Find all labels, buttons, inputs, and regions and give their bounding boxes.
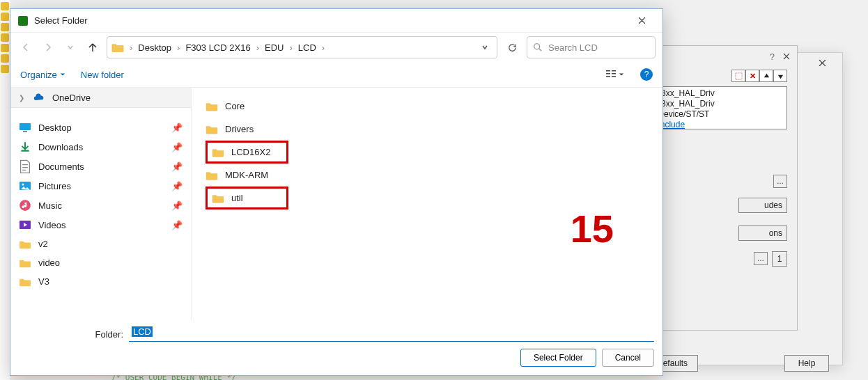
folder-item[interactable]: Core bbox=[206, 95, 662, 118]
folder-icon bbox=[212, 148, 224, 157]
folder-name-input[interactable]: LCD bbox=[129, 326, 654, 342]
crumb-lcd[interactable]: LCD bbox=[298, 42, 316, 53]
help-button[interactable]: Help bbox=[784, 355, 829, 372]
footer: Folder: LCD Select Folder Cancel bbox=[10, 321, 662, 375]
titlebar: Select Folder bbox=[10, 9, 662, 33]
pin-icon: 📌 bbox=[171, 181, 183, 191]
select-folder-button[interactable]: Select Folder bbox=[520, 349, 596, 367]
crumb-project[interactable]: F303 LCD 2X16 bbox=[185, 42, 250, 53]
tree-item-videos[interactable]: Videos 📌 bbox=[10, 215, 191, 235]
crumb-edu[interactable]: EDU bbox=[265, 42, 284, 53]
cancel-button[interactable]: Cancel bbox=[602, 349, 654, 367]
bg-btn-browse2[interactable]: … bbox=[754, 252, 768, 265]
folder-content[interactable]: CoreDriversLCD16X2MDK-ARMutil 15 bbox=[192, 88, 662, 321]
browse-path-button[interactable]: … bbox=[773, 175, 787, 188]
organize-menu[interactable]: Organize bbox=[20, 70, 65, 80]
subdialog-close-icon[interactable] bbox=[783, 52, 790, 62]
pin-icon: 📌 bbox=[171, 122, 183, 133]
delete-path-button[interactable]: ✕ bbox=[745, 70, 759, 82]
help-icon[interactable]: ? bbox=[770, 52, 775, 62]
folder-icon bbox=[212, 193, 224, 203]
view-mode-button[interactable] bbox=[605, 67, 625, 82]
help-icon[interactable]: ? bbox=[640, 68, 653, 81]
folder-item[interactable]: Drivers bbox=[206, 118, 662, 141]
document-icon bbox=[19, 161, 31, 172]
tree-label: Documents bbox=[38, 161, 84, 172]
svg-rect-5 bbox=[612, 70, 616, 72]
svg-rect-6 bbox=[612, 73, 616, 74]
tree-item-v2[interactable]: v2 bbox=[10, 235, 191, 253]
tree-label: video bbox=[38, 258, 60, 268]
dialog-title: Select Folder bbox=[34, 15, 88, 26]
pin-icon: 📌 bbox=[171, 161, 183, 172]
tree-label: Pictures bbox=[38, 181, 71, 191]
folder-name: util bbox=[231, 193, 243, 203]
back-button[interactable] bbox=[17, 39, 34, 56]
bg-btn-small[interactable]: 1 bbox=[772, 251, 787, 267]
folder-name: Drivers bbox=[225, 124, 254, 134]
svg-point-11 bbox=[22, 184, 24, 186]
folder-icon bbox=[19, 258, 31, 268]
breadcrumb-dropdown-icon[interactable] bbox=[477, 42, 493, 53]
recent-locations-button[interactable] bbox=[62, 39, 79, 56]
svg-rect-9 bbox=[23, 131, 27, 132]
tree-item-video[interactable]: video bbox=[10, 253, 191, 272]
search-input[interactable]: Search LCD bbox=[527, 36, 656, 58]
tree-item-downloads[interactable]: Downloads 📌 bbox=[10, 137, 191, 157]
up-button[interactable] bbox=[84, 39, 101, 56]
tree-label: V3 bbox=[38, 276, 49, 287]
folder-name: MDK-ARM bbox=[225, 170, 268, 180]
new-path-button[interactable] bbox=[731, 70, 745, 82]
tree-item-onedrive[interactable]: ❯ OneDrive bbox=[10, 88, 191, 108]
move-down-button[interactable] bbox=[773, 70, 787, 82]
folder-icon bbox=[111, 42, 124, 53]
pin-icon: 📌 bbox=[171, 200, 183, 211]
svg-rect-0 bbox=[735, 72, 741, 79]
parent-app-toolbar bbox=[0, 0, 10, 380]
tree-label: Videos bbox=[38, 220, 66, 230]
select-folder-dialog: Select Folder Desktop F303 LCD 2X16 EDU … bbox=[10, 8, 663, 376]
folder-name: LCD16X2 bbox=[231, 147, 270, 157]
refresh-button[interactable] bbox=[503, 38, 521, 56]
svg-rect-8 bbox=[20, 123, 31, 130]
toolbar: Organize New folder ? bbox=[10, 62, 662, 87]
forward-button[interactable] bbox=[40, 39, 56, 56]
bg-btn-udes[interactable]: udes bbox=[738, 198, 787, 213]
folder-icon bbox=[206, 102, 218, 111]
folder-name-value: LCD bbox=[132, 326, 153, 337]
pictures-icon bbox=[19, 180, 31, 191]
breadcrumb[interactable]: Desktop F303 LCD 2X16 EDU LCD bbox=[107, 36, 497, 58]
pin-icon: 📌 bbox=[171, 220, 183, 230]
folder-item[interactable]: util bbox=[206, 187, 288, 209]
tree-label: v2 bbox=[38, 239, 48, 249]
tree-item-pictures[interactable]: Pictures 📌 bbox=[10, 176, 191, 196]
pin-icon: 📌 bbox=[171, 142, 183, 152]
bg-btn-ons[interactable]: ons bbox=[738, 225, 787, 241]
folder-icon bbox=[19, 239, 31, 249]
nav-row: Desktop F303 LCD 2X16 EDU LCD Search LCD bbox=[10, 33, 662, 62]
folder-icon bbox=[206, 171, 218, 180]
tree-item-documents[interactable]: Documents 📌 bbox=[10, 157, 191, 176]
folder-icon bbox=[19, 277, 31, 287]
tree-item-music[interactable]: Music 📌 bbox=[10, 196, 191, 215]
folder-icon bbox=[206, 125, 218, 134]
svg-point-1 bbox=[534, 44, 540, 49]
tree-item-v3[interactable]: V3 bbox=[10, 272, 191, 291]
navigation-pane[interactable]: ❯ OneDrive Desktop 📌 Downloads 📌 Documen… bbox=[10, 88, 192, 321]
tree-label: Desktop bbox=[38, 122, 72, 133]
folder-item[interactable]: LCD16X2 bbox=[206, 141, 288, 164]
folder-label: Folder: bbox=[19, 329, 123, 340]
download-icon bbox=[19, 141, 31, 152]
close-button[interactable] bbox=[628, 12, 656, 30]
search-placeholder: Search LCD bbox=[548, 42, 598, 53]
move-up-button[interactable] bbox=[759, 70, 773, 82]
tree-item-desktop[interactable]: Desktop 📌 bbox=[10, 118, 191, 137]
tree-label: Music bbox=[38, 200, 62, 211]
tree-label: Downloads bbox=[38, 142, 83, 152]
tree-label: OneDrive bbox=[52, 93, 91, 103]
folder-item[interactable]: MDK-ARM bbox=[206, 164, 662, 187]
parent-close-button[interactable] bbox=[807, 54, 837, 71]
music-icon bbox=[19, 200, 31, 211]
crumb-desktop[interactable]: Desktop bbox=[138, 42, 171, 53]
new-folder-button[interactable]: New folder bbox=[81, 70, 124, 80]
